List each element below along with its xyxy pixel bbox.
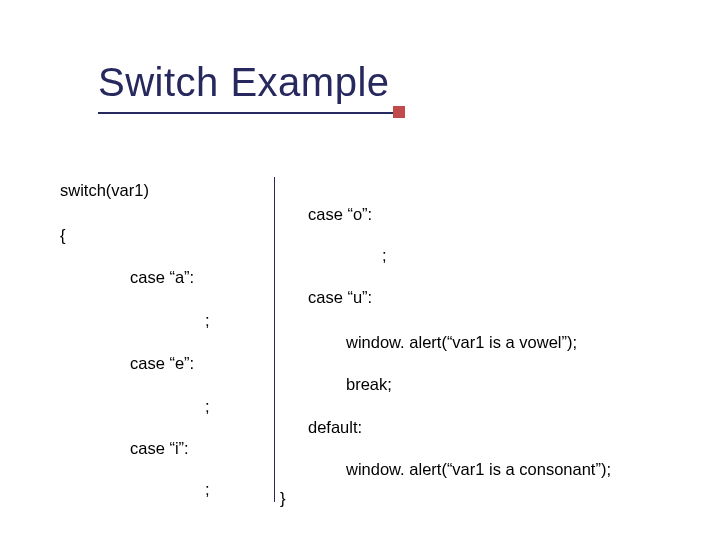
code-break: break; xyxy=(346,375,392,394)
code-alert-consonant: window. alert(“var1 is a consonant”); xyxy=(346,460,611,479)
code-default: default: xyxy=(308,418,362,437)
code-case-o: case “o”: xyxy=(308,205,372,224)
code-case-e: case “e”: xyxy=(130,354,194,373)
code-case-u: case “u”: xyxy=(308,288,372,307)
slide: Switch Example switch(var1) { case “a”: … xyxy=(0,0,720,540)
slide-title-wrap: Switch Example xyxy=(98,60,390,105)
code-semi-a: ; xyxy=(205,311,210,330)
code-semi-o: ; xyxy=(382,246,387,265)
title-underline xyxy=(98,112,393,114)
slide-title: Switch Example xyxy=(98,60,390,104)
code-open-brace: { xyxy=(60,226,66,245)
code-case-i: case “i”: xyxy=(130,439,189,458)
code-case-a: case “a”: xyxy=(130,268,194,287)
code-semi-e: ; xyxy=(205,397,210,416)
code-switch: switch(var1) xyxy=(60,181,149,200)
code-semi-i: ; xyxy=(205,480,210,499)
code-close-brace: } xyxy=(280,489,286,508)
title-accent-square-icon xyxy=(393,106,405,118)
vertical-divider xyxy=(274,177,275,502)
code-alert-vowel: window. alert(“var1 is a vowel”); xyxy=(346,333,577,352)
